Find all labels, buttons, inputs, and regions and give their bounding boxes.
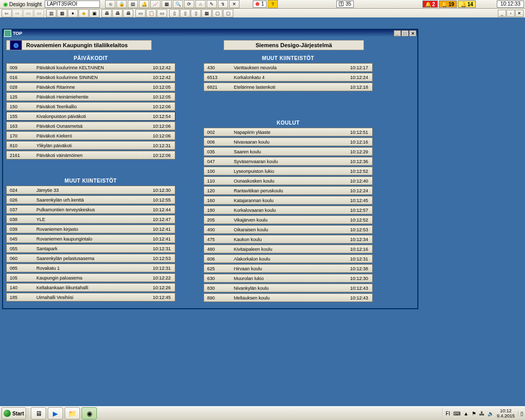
- tray-flag-icon[interactable]: ⚑: [472, 411, 476, 416]
- tray-sound-icon[interactable]: 🔉: [488, 411, 494, 416]
- tool-icon-a3[interactable]: ●: [68, 9, 78, 17]
- list-row[interactable]: 047Syväsenvaaran koulu10:12:36: [204, 157, 373, 166]
- tool-icon-a4[interactable]: ◆: [78, 9, 89, 17]
- lock-icon[interactable]: 🔒: [116, 0, 127, 8]
- list-row[interactable]: 400Oikaraisen koulu10:12:53: [204, 225, 373, 234]
- docwin-minimize-icon[interactable]: _: [394, 30, 401, 36]
- window-icon-1[interactable]: ▯: [169, 9, 179, 17]
- list-row[interactable]: 105Kaupungin paloasema10:12:22: [6, 273, 175, 282]
- tool-icon-b3[interactable]: ▭: [157, 9, 167, 17]
- alarm-yellow[interactable]: 🔔 14: [458, 1, 476, 8]
- error-indicator[interactable]: ⊗1: [253, 1, 267, 8]
- list-row[interactable]: 150Päiväkoti Teerikallio10:12:06: [6, 102, 175, 111]
- mdi-close-icon[interactable]: ✕: [515, 10, 523, 17]
- list-row[interactable]: 024Jämytie 3310:12:30: [6, 186, 175, 194]
- list-row[interactable]: 630Muurolan lukio10:12:30: [204, 274, 373, 283]
- list-row[interactable]: 430Vanttauksen neuvola10:12:17: [204, 63, 373, 72]
- print-icon-2[interactable]: 🖶: [112, 9, 123, 17]
- window-icon-2[interactable]: ▯: [180, 9, 190, 17]
- nav-icon-4[interactable]: ▭: [34, 9, 44, 17]
- list-row[interactable]: 038YLE10:12:47: [6, 215, 175, 224]
- print-icon-1[interactable]: 🖶: [102, 9, 112, 17]
- list-row[interactable]: 110Ounaskosken koulu10:12:40: [204, 176, 373, 185]
- list-row[interactable]: 810Ylikylän päiväkoti10:12:31: [6, 141, 175, 150]
- toolbar-icon-3[interactable]: ▤: [128, 0, 138, 8]
- mdi-restore-icon[interactable]: ▫: [507, 10, 515, 17]
- tool-icon-a2[interactable]: ▦: [57, 9, 67, 17]
- taskbar-item-2[interactable]: ▶: [48, 407, 63, 419]
- tool-icon-a5[interactable]: ▣: [89, 9, 99, 17]
- help-icon[interactable]: ?: [268, 0, 278, 8]
- taskbar-item-1[interactable]: 🖥: [31, 407, 46, 419]
- list-row[interactable]: 026Saarenkylän urh.kenttä10:12:55: [6, 195, 175, 204]
- chart-icon[interactable]: 📈: [150, 0, 160, 8]
- docwin-close-icon[interactable]: ✕: [409, 30, 416, 36]
- docwin-titlebar[interactable]: TOP _ □ ✕: [3, 30, 417, 37]
- start-button[interactable]: Start: [2, 407, 26, 419]
- window-icon-4[interactable]: ▦: [201, 9, 212, 17]
- home-icon[interactable]: ⌂: [195, 0, 206, 8]
- taskbar-item-3[interactable]: 📁: [65, 407, 80, 419]
- tool-icon-a1[interactable]: ▥: [46, 9, 56, 17]
- list-row[interactable]: 002Napapiirin yläaste10:12:51: [204, 128, 373, 136]
- tray-network-icon[interactable]: 🖧: [479, 411, 484, 416]
- toolbar-icon-1[interactable]: ⎋: [105, 0, 115, 8]
- bell-icon[interactable]: 🔔: [139, 0, 149, 8]
- list-row[interactable]: 830Nivankylän koulu10:12:43: [204, 284, 373, 292]
- nav-back-icon[interactable]: ⇦: [2, 9, 12, 17]
- tool-icon-b1[interactable]: ▭: [135, 9, 146, 17]
- list-row[interactable]: 205Vikajärven koulu10:12:52: [204, 215, 373, 224]
- list-row[interactable]: 100Lyseonpuiston lukio10:12:52: [204, 167, 373, 175]
- globe-icon[interactable]: ◍: [10, 40, 22, 50]
- nav-up-icon[interactable]: ▭: [23, 9, 33, 17]
- list-row[interactable]: 6513Korkalonkatu 410:12:24: [204, 73, 373, 82]
- list-row[interactable]: 039Rovaniemen kirjasto10:12:41: [6, 225, 175, 233]
- list-row[interactable]: 045Rovaniemen kaupungintalo10:12:41: [6, 234, 175, 243]
- list-row[interactable]: 009Päiväkoti koulurinne KELTAINEN10:12:4…: [6, 63, 175, 72]
- list-row[interactable]: 170Päiväkoti Kiekerö10:12:06: [6, 131, 175, 140]
- list-row[interactable]: 890Meltauksen koulu10:12:43: [204, 293, 373, 302]
- toolbar-icon-6[interactable]: ▦: [161, 0, 172, 8]
- lang-indicator[interactable]: FI: [446, 411, 450, 416]
- refresh-icon[interactable]: ⟳: [184, 0, 194, 8]
- list-row[interactable]: 6821Etelärinne lastenkoti10:12:18: [204, 83, 373, 91]
- list-row[interactable]: 120Rantavitikan peruskoulu10:12:24: [204, 186, 373, 195]
- taskbar-item-desigo[interactable]: ◉: [82, 407, 97, 419]
- key-indicator[interactable]: ⚿35: [336, 1, 354, 8]
- list-row[interactable]: 155Kivalonpuiston päiväkoti10:12:54: [6, 112, 175, 121]
- search-icon[interactable]: 🔍: [173, 0, 183, 8]
- docwin-maximize-icon[interactable]: □: [401, 30, 409, 36]
- nav-fwd-icon[interactable]: ⇨: [12, 9, 23, 17]
- list-row[interactable]: 480Kivitaipaleen koulu10:12:16: [204, 245, 373, 253]
- clipboard-icon[interactable]: 📋: [146, 9, 156, 17]
- tray-expand-icon[interactable]: ▲: [463, 411, 469, 416]
- list-row[interactable]: 006Nivavaaran koulu10:12:16: [204, 137, 373, 146]
- list-row[interactable]: 160Katajarannan koulu10:12:45: [204, 196, 373, 205]
- settings-icon[interactable]: ✕: [229, 0, 239, 8]
- list-row[interactable]: 606Alakorkalon koulu10:12:31: [204, 254, 373, 263]
- window-icon-6[interactable]: ▢: [223, 9, 233, 17]
- alarm-orange[interactable]: 🔔 19: [439, 1, 457, 8]
- list-row[interactable]: 2161Päiväkoti väinämöinen10:12:06: [6, 151, 175, 159]
- print-icon-3[interactable]: 🖶: [123, 9, 133, 17]
- list-row[interactable]: 016Päiväkoti koulurinne SININEN10:12:42: [6, 73, 175, 82]
- list-row[interactable]: 140Keltakankaan liikuntahalli10:12:26: [6, 283, 175, 292]
- toolbar-icon-11[interactable]: ↯: [218, 0, 228, 8]
- mdi-minimize-icon[interactable]: _: [498, 10, 506, 17]
- list-row[interactable]: 625Hirvaan koulu10:12:38: [204, 264, 373, 273]
- alarm-red[interactable]: 🔔 2: [422, 1, 438, 8]
- list-row[interactable]: 028Päiväkoti Ritarinne10:12:05: [6, 83, 175, 91]
- list-row[interactable]: 035Saaren koulu10:12:29: [204, 147, 373, 156]
- list-row[interactable]: 055Santapark10:12:31: [6, 244, 175, 253]
- list-row[interactable]: 085Rovakatu 110:12:31: [6, 264, 175, 272]
- window-icon-3[interactable]: ▯: [191, 9, 201, 17]
- list-row[interactable]: 475Kaukon koulu10:12:34: [204, 235, 373, 244]
- taskbar-clock[interactable]: 10:12 9.4.2015: [497, 408, 515, 418]
- list-row[interactable]: 037Pulkamontien terveyskeskus10:12:44: [6, 205, 175, 214]
- list-row[interactable]: 125Päiväkoti Heinämiehentie10:12:05: [6, 92, 175, 101]
- show-desktop-icon[interactable]: ▯: [518, 411, 523, 416]
- window-icon-5[interactable]: ▢: [212, 9, 223, 17]
- tray-icon-1[interactable]: ⌨: [453, 411, 460, 416]
- toolbar-icon-10[interactable]: ✎: [207, 0, 217, 8]
- list-row[interactable]: 185Uimahalli Vesihiisi10:12:45: [6, 293, 175, 302]
